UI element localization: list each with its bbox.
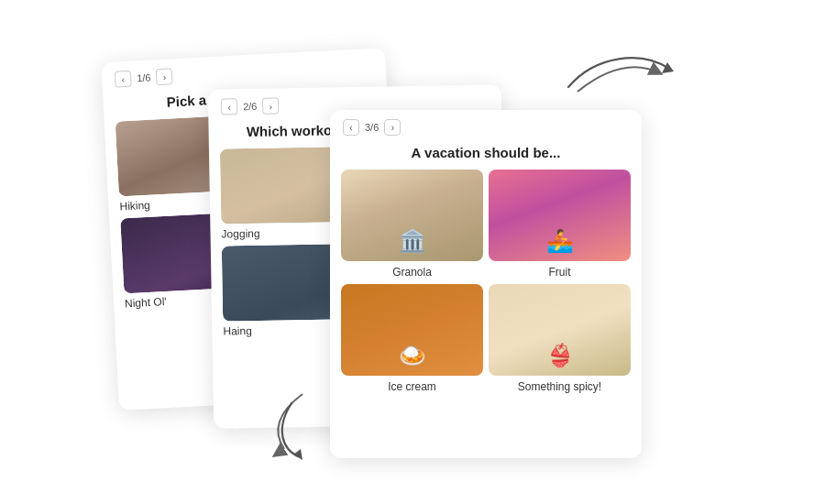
spicy-image: [489, 284, 631, 376]
fruit-image: [489, 170, 631, 261]
spicy-img-bg: [489, 284, 631, 376]
icecream-label: Ice cream: [388, 380, 436, 393]
granola-label: Granola: [392, 266, 432, 279]
jogging-label: Jogging: [221, 227, 259, 241]
card2-page-indicator: 2/6: [243, 101, 258, 112]
grid-item-icecream[interactable]: Ice cream: [341, 284, 483, 393]
card1-next-btn[interactable]: ›: [156, 68, 173, 85]
night-label: Night Ol': [125, 295, 167, 310]
card3-prev-btn[interactable]: ‹: [343, 119, 359, 136]
card1-page-indicator: 1/6: [137, 72, 151, 84]
grid-item-fruit[interactable]: Fruit: [489, 170, 631, 279]
card3-page-indicator: 3/6: [365, 122, 379, 133]
scene: ‹ 1/6 › Pick a weekend activity: Hiking …: [0, 0, 825, 504]
card2-next-btn[interactable]: ›: [262, 97, 279, 114]
card2-prev-btn[interactable]: ‹: [221, 98, 237, 115]
fruit-img-bg: [489, 170, 631, 261]
grid-item-granola[interactable]: Granola: [341, 170, 483, 279]
card3-header: ‹ 3/6 ›: [330, 110, 642, 141]
grid-item-spicy[interactable]: Something spicy!: [489, 284, 631, 393]
card1-prev-btn[interactable]: ‹: [115, 71, 132, 88]
svg-marker-1: [293, 449, 302, 460]
card3-title: A vacation should be...: [330, 141, 642, 170]
spicy-label: Something spicy!: [518, 380, 601, 393]
hiking-label: Hiking: [119, 199, 150, 214]
granola-img-bg: [341, 170, 483, 261]
card3-next-btn[interactable]: ›: [384, 119, 401, 136]
svg-marker-0: [662, 62, 674, 73]
card3-grid: Granola Fruit Ice cream Something spicy!: [330, 170, 642, 404]
icecream-image: [341, 284, 483, 376]
haing-label: Haing: [223, 324, 252, 338]
icecream-img-bg: [341, 284, 483, 376]
granola-image: [341, 170, 483, 261]
fruit-label: Fruit: [549, 266, 571, 279]
card-vacation: ‹ 3/6 › A vacation should be... Granola …: [330, 110, 642, 458]
